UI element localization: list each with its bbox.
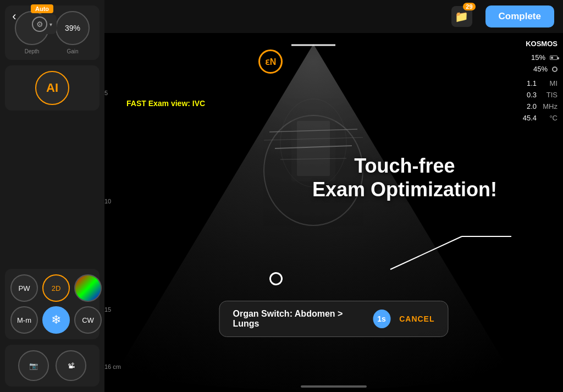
- mi-value: 1.1: [527, 78, 537, 90]
- temp-label: °C: [541, 113, 558, 124]
- video-icon: 📽: [68, 362, 75, 370]
- cancel-button[interactable]: CANCEL: [399, 314, 434, 323]
- kosmos-title: KOSMOS: [523, 38, 558, 50]
- freeze-icon: ❄: [51, 313, 61, 327]
- mi-label: MI: [541, 78, 558, 90]
- mode-mm-button[interactable]: M-m: [10, 306, 38, 334]
- camera-icon: 📷: [29, 362, 38, 370]
- chevron-down-icon: ▾: [49, 21, 52, 27]
- video-capture-button[interactable]: 📽: [56, 350, 86, 381]
- fast-exam-label: FAST Exam view: IVC: [126, 99, 205, 108]
- complete-button[interactable]: Complete: [485, 5, 554, 27]
- ultrasound-display: [104, 33, 563, 392]
- file-count-badge: 29: [463, 3, 475, 10]
- gain-label: Gain: [67, 48, 78, 54]
- tis-label: TIS: [541, 90, 558, 101]
- mhz-value: 2.0: [527, 101, 537, 113]
- auto-badge: Auto: [31, 4, 53, 13]
- battery-icon: [550, 52, 558, 64]
- temp-value: 45.4: [523, 113, 537, 124]
- mode-cw-button[interactable]: CW: [74, 306, 102, 334]
- scale-marks: 5 10 15 16 cm: [104, 33, 121, 376]
- color-button[interactable]: [74, 274, 102, 302]
- file-folder-button[interactable]: 📁 29: [451, 6, 472, 27]
- battery-pct: 15%: [531, 52, 545, 64]
- gear-control[interactable]: ⚙ ▾: [27, 14, 57, 34]
- mode-2d-button[interactable]: 2D: [42, 274, 70, 302]
- mode-group: PW 2D M-m ❄ CW: [5, 269, 100, 339]
- depth-label: Depth: [25, 48, 40, 54]
- mode-pw-button[interactable]: PW: [10, 274, 38, 302]
- organ-switch-banner: Organ Switch: Abdomen > Lungs 1s CANCEL: [219, 301, 449, 337]
- capture-group: 📷 📽: [5, 345, 100, 387]
- back-icon: ‹: [12, 9, 16, 24]
- en-logo: ɛN: [258, 49, 283, 74]
- scroll-indicator: [301, 385, 367, 388]
- gain-control[interactable]: 39% Gain: [56, 11, 90, 54]
- tis-value: 0.3: [527, 90, 537, 101]
- gear-icon: ⚙: [32, 16, 47, 32]
- signal-pct: 45%: [533, 64, 548, 75]
- back-button[interactable]: ‹: [4, 7, 24, 26]
- organ-switch-text: Organ Switch: Abdomen > Lungs: [233, 309, 365, 329]
- ai-button[interactable]: AI: [35, 71, 69, 105]
- countdown-circle: 1s: [373, 310, 390, 328]
- signal-icon: [552, 64, 558, 75]
- overlay-optimization-text: Touch-free Exam Optimization!: [312, 154, 497, 201]
- mhz-label: MHz: [541, 101, 558, 113]
- freeze-button[interactable]: ❄: [42, 306, 70, 334]
- gain-value: 39%: [65, 24, 80, 32]
- kosmos-panel: KOSMOS 15% 45% 1.1 MI 0.3 TIS 2.0 MHz 45: [523, 38, 558, 124]
- photo-capture-button[interactable]: 📷: [18, 350, 49, 381]
- ai-group: AI: [5, 65, 100, 111]
- circle-marker: [269, 272, 283, 285]
